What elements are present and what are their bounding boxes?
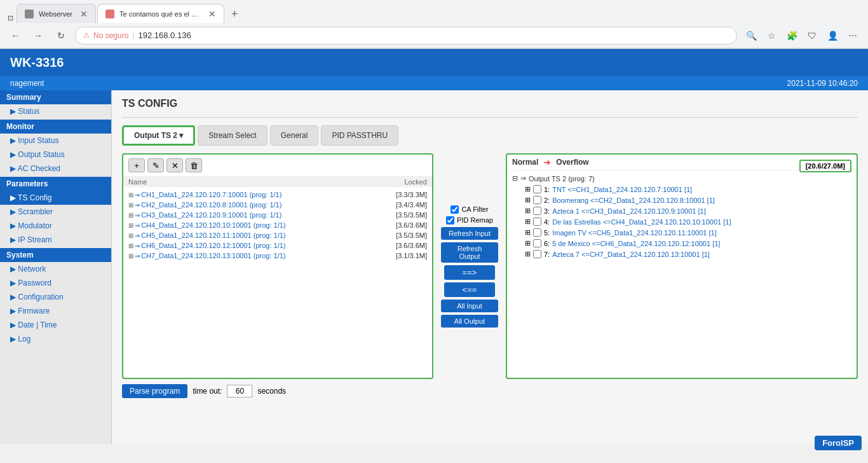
timeout-input[interactable] [227,385,252,397]
sidebar-item-network[interactable]: ▶ Network [0,262,111,276]
stream-link-3[interactable]: CH4_Data1_224.120.120.10:10001 (prog: 1/… [141,221,286,229]
child-link-2[interactable]: Azteca 1 <=CH3_Data1_224.120.120.9:10001… [552,207,706,215]
arrow-right-button[interactable]: ==> [444,265,495,280]
sidebar-item-configuration[interactable]: ▶ Configuration [0,290,111,304]
sidebar-item-password[interactable]: ▶ Password [0,276,111,290]
child-checkbox-3[interactable] [533,218,541,226]
stream-list: ⊞ ⇒ CH1_Data1_224.120.120.7:10001 (prog:… [123,187,432,378]
stream-arrow-4: ⇒ [135,232,140,239]
edit-button[interactable]: ✎ [147,158,164,172]
arrow-left-button[interactable]: <== [444,282,495,297]
tab-output-ts2[interactable]: Output TS 2 ▾ [122,125,195,146]
stream-item-0[interactable]: ⊞ ⇒ CH1_Data1_224.120.120.7:10001 (prog:… [126,190,430,200]
stream-item-6[interactable]: ⊞ ⇒ CH7_Data1_224.120.120.13:10001 (prog… [126,251,430,261]
address-bar[interactable]: ⚠ No seguro | 192.168.0.136 [75,27,737,45]
tab-close-1[interactable]: ✕ [80,9,88,19]
child-link-0[interactable]: TNT <=CH1_Data1_224.120.120.7:10001 [1] [552,186,692,193]
stream-link-0[interactable]: CH1_Data1_224.120.120.7:10001 (prog: 1/1… [141,191,281,198]
timeout-label: time out: [193,387,222,396]
bottom-row: Parse program time out: seconds [122,379,858,398]
stream-link-1[interactable]: CH2_Data1_224.120.120.8:10001 (prog: 1/1… [141,201,281,209]
child-link-5[interactable]: 5 de Mexico <=CH6_Data1_224.120.120.12:1… [552,240,720,247]
extensions-icon[interactable]: 🧩 [783,27,801,45]
sidebar-item-status[interactable]: ▶ Status [0,104,111,118]
back-button[interactable]: ← [6,27,24,45]
child-checkbox-0[interactable] [533,185,541,193]
sidebar-item-modulator[interactable]: ▶ Modulator [0,219,111,233]
refresh-output-button[interactable]: Refresh Output [441,242,498,263]
sidebar-item-input-status[interactable]: ▶ Input Status [0,134,111,148]
stream-arrow-3: ⇒ [135,222,140,229]
window-controls[interactable]: ⊡ [5,13,15,23]
child-link-3[interactable]: De las Estrellas <=CH4_Data1_224.120.120… [552,218,731,226]
page-title: TS CONFIG [122,98,858,109]
search-icon[interactable]: 🔍 [742,27,760,45]
expand-icon-4: ⊞ [128,232,133,239]
shield-icon[interactable]: 🛡 [803,27,821,45]
sidebar-item-output-status[interactable]: ▶ Output Status [0,148,111,162]
ca-filter-checkbox[interactable] [451,205,459,214]
tab-stream-select[interactable]: Stream Select [198,125,267,146]
sidebar-item-firmware[interactable]: ▶ Firmware [0,304,111,318]
stream-rate-0: [3.3/3.3M] [396,191,427,198]
sidebar-item-datetime[interactable]: ▶ Date | Time [0,318,111,332]
app-header: WK-3316 [0,49,868,76]
expand-icon-3: ⊞ [128,222,133,229]
browser-tab-2[interactable]: Te contamos qué es el códec H.2... ✕ [97,4,224,23]
child-num-4: 5: [544,229,550,237]
parse-program-button[interactable]: Parse program [122,384,187,398]
stream-item-left-1: ⊞ ⇒ CH2_Data1_224.120.120.8:10001 (prog:… [128,201,281,209]
reload-button[interactable]: ↻ [52,27,70,45]
sidebar-item-scrambler[interactable]: ▶ Scrambler [0,205,111,219]
child-link-6[interactable]: Azteca 7 <=CH7_Data1_224.120.120.13:1000… [552,251,710,258]
window-restore[interactable]: ⊡ [5,13,15,23]
child-checkbox-5[interactable] [533,239,541,247]
refresh-input-button[interactable]: Refresh Input [441,227,498,240]
child-checkbox-1[interactable] [533,196,541,204]
stream-item-4[interactable]: ⊞ ⇒ CH5_Data1_224.120.120.11:10001 (prog… [126,230,430,240]
all-input-button[interactable]: All Input [441,300,498,312]
security-text: No seguro [93,31,128,40]
child-link-4[interactable]: Imagen TV <=CH5_Data1_224.120.120.11:100… [552,229,717,237]
child-checkbox-6[interactable] [533,250,541,258]
menu-icon[interactable]: ⋯ [844,27,862,45]
child-checkbox-2[interactable] [533,207,541,215]
stream-link-4[interactable]: CH5_Data1_224.120.120.11:10001 (prog: 1/… [141,232,286,239]
stream-item-1[interactable]: ⊞ ⇒ CH2_Data1_224.120.120.8:10001 (prog:… [126,200,430,210]
stream-rate-4: [3.5/3.5M] [396,232,427,239]
stream-item-3[interactable]: ⊞ ⇒ CH4_Data1_224.120.120.10:10001 (prog… [126,220,430,230]
all-output-button[interactable]: All Output [441,315,498,328]
child-checkbox-4[interactable] [533,228,541,237]
bookmark-icon[interactable]: ☆ [763,27,780,45]
profile-icon[interactable]: 👤 [824,27,841,45]
tab-close-2[interactable]: ✕ [208,9,216,19]
delete-x-button[interactable]: ✕ [166,158,183,172]
sidebar-section-parameters: Parameters ▶ TS Config ▶ Scrambler ▶ Mod… [0,177,111,247]
child-expand-1: ⊞ [525,196,531,204]
child-link-1[interactable]: Boomerang <=CH2_Data1_224.120.120.8:1000… [552,197,715,204]
child-expand-2: ⊞ [525,207,531,215]
stream-item-5[interactable]: ⊞ ⇒ CH6_Data1_224.120.120.12:10001 (prog… [126,240,430,251]
stream-link-5[interactable]: CH6_Data1_224.120.120.12:10001 (prog: 1/… [141,242,286,249]
pid-remap-checkbox[interactable] [446,216,454,225]
stream-link-2[interactable]: CH3_Data1_224.120.120.9:10001 (prog: 1/1… [141,211,281,219]
forward-button[interactable]: → [29,27,47,45]
sidebar-item-ip-stream[interactable]: ▶ IP Stream [0,233,111,247]
add-button[interactable]: + [128,158,145,172]
new-tab-button[interactable]: + [226,5,243,23]
tab-general[interactable]: General [270,125,319,146]
address-text: 192.168.0.136 [139,31,191,40]
sidebar-item-ts-config[interactable]: ▶ TS Config [0,191,111,205]
sidebar-item-log[interactable]: ▶ Log [0,332,111,346]
tab-pid-passthru[interactable]: PID PASSTHRU [321,125,398,146]
sidebar-item-ac-checked[interactable]: ▶ AC Checked [0,162,111,176]
sidebar-section-title-system: System [0,248,111,262]
stream-arrow-5: ⇒ [135,242,140,249]
stream-link-6[interactable]: CH7_Data1_224.120.120.13:10001 (prog: 1/… [141,252,286,259]
stream-item-2[interactable]: ⊞ ⇒ CH3_Data1_224.120.120.9:10001 (prog:… [126,210,430,220]
child-row-4: ⊞ 5: Imagen TV <=CH5_Data1_224.120.120.1… [525,228,851,237]
delete-trash-button[interactable]: 🗑 [186,158,202,172]
browser-tab-1[interactable]: Webserver ✕ [17,4,96,23]
stream-rate-1: [3.4/3.4M] [396,201,427,209]
sidebar-section-system: System ▶ Network ▶ Password ▶ Configurat… [0,248,111,346]
